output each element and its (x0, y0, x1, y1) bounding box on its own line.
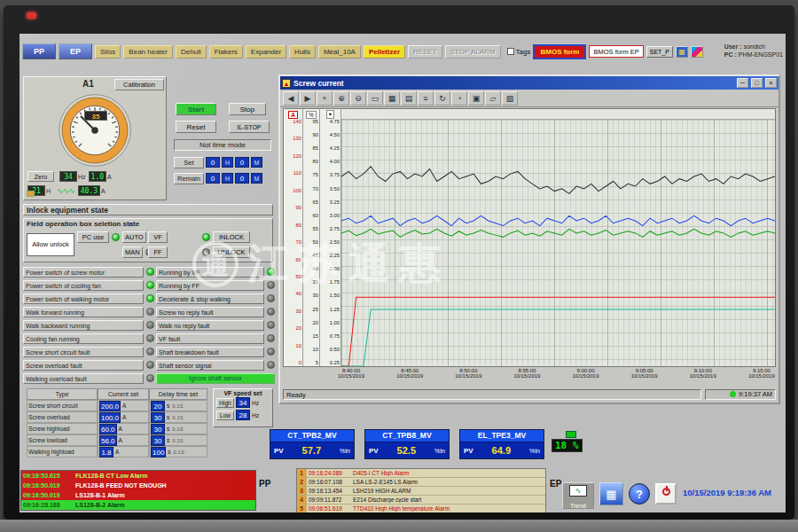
ff-button[interactable]: FF (148, 246, 168, 258)
vf-low-row: Low 28 Hz (214, 409, 272, 421)
alarm-row[interactable]: 209:16:07.108LSA LS-2-E145 LS Alarm (297, 478, 545, 487)
auto-button[interactable]: AUTO (122, 231, 146, 243)
alarm-row[interactable]: 09:16:50.019FLK128-B FEED NOT ENOUGH (21, 481, 255, 490)
set-minutes-value[interactable]: 0 (235, 157, 249, 168)
color-palette-icon[interactable] (691, 46, 703, 58)
pan-icon[interactable]: + (317, 91, 332, 106)
set-label[interactable]: Set (174, 157, 204, 168)
nav-button-flakers[interactable]: Flakers (209, 45, 243, 59)
load-current-readout: 40.3 (78, 185, 100, 196)
delay-set-value[interactable]: 20 (151, 401, 165, 411)
alarm-row[interactable]: 09:16:50.019LS128-B-1 Alarm (21, 490, 255, 500)
trend-toolbar: ◀▶+⊕⊖▭▦▤≡↻◔▣▱▨ (280, 90, 778, 107)
status-row: Walking overload fault (23, 372, 154, 385)
man-button[interactable]: MAN (122, 246, 143, 258)
axis-a-chip[interactable]: A (288, 111, 298, 119)
alarm-row[interactable]: 509:06:51.619TTD410 High High temperatur… (297, 505, 545, 512)
field-operation-title: Field operation box seletion state (24, 219, 272, 229)
minimize-icon[interactable]: ─ (737, 78, 748, 88)
vf-button[interactable]: VF (148, 231, 168, 243)
table-cell-current: 1.8A (98, 446, 149, 458)
bmos-form-ep-button[interactable]: BMOS form EP (589, 45, 643, 58)
il-stop-button[interactable]: IL-STOP (229, 121, 270, 133)
alarm-list-left[interactable]: 09:16:53.615FLK128-B CT Low Alarm09:16:5… (20, 470, 256, 511)
nav-button-meal-10a[interactable]: Meal_10A (318, 45, 361, 59)
set-p-button[interactable]: SET_P (646, 46, 673, 58)
vf-speed-panel: VF speed set High 34 Hz Low 28 Hz (213, 388, 273, 427)
pv-panel-ct-tpb2-mv: CT_TPB2_MVPV57.7%In (270, 429, 355, 459)
alarm-row[interactable]: 109:16:24.089D405-I CT High Alarm (297, 469, 545, 478)
trend-plot-area[interactable] (341, 120, 775, 366)
current-set-value[interactable]: 200.0 (99, 401, 121, 411)
pc-use-button[interactable]: PC use (77, 231, 109, 243)
current-set-value[interactable]: 1.8 (99, 447, 113, 458)
allow-unlock-button[interactable]: Allow unlock (27, 233, 74, 256)
current-set-value[interactable]: 100.0 (99, 412, 121, 423)
power-icon[interactable] (655, 483, 677, 505)
copy-icon[interactable]: ▱ (485, 91, 501, 106)
inlock-button[interactable]: INLOCK (213, 231, 250, 243)
nav-button-hulls[interactable]: Hulls (289, 45, 316, 59)
delay-set-value[interactable]: 30 (151, 424, 165, 434)
display-settings-icon[interactable]: ▦ (676, 46, 688, 58)
print-icon[interactable]: ▨ (502, 91, 518, 106)
legend-icon[interactable]: ≡ (418, 91, 434, 106)
save-icon[interactable]: ▣ (468, 91, 484, 106)
nav-button-pelletizer[interactable]: Pelletizer (364, 45, 405, 59)
page-pp-button[interactable]: PP (22, 43, 56, 59)
axis-pct-chip[interactable]: % (306, 111, 317, 119)
unlock-button[interactable]: UNLOCK (213, 246, 250, 258)
maximize-icon[interactable]: □ (751, 78, 763, 88)
delay-set-value[interactable]: 30 (151, 435, 165, 446)
axis-tick: 120 (285, 154, 301, 160)
vf-low-unit: Hz (252, 412, 259, 419)
stop-button[interactable]: Stop (229, 103, 266, 115)
nav-button-silos[interactable]: Silos (95, 45, 121, 59)
grid-icon[interactable]: ▦ (384, 91, 400, 106)
zoom-window-icon[interactable]: ▭ (367, 91, 383, 106)
ignore-shaft-sensor-button[interactable]: Ignore shaft sensor (156, 373, 275, 384)
set-hours-value[interactable]: 0 (206, 157, 220, 168)
page-ep-button[interactable]: EP (59, 43, 92, 59)
tags-checkbox[interactable] (507, 48, 514, 55)
bmos-form-button[interactable]: BMOS form (533, 44, 586, 59)
start-button[interactable]: Start (176, 103, 216, 115)
scroll-right-icon[interactable]: ▶ (300, 91, 316, 106)
alarm-row[interactable]: 409:09:11.872E214 Discharge cycle start (297, 496, 545, 505)
delay-set-value[interactable]: 100 (151, 447, 166, 458)
table-cell-type: Screw short circuit (27, 400, 98, 411)
zero-button[interactable]: Zero (27, 171, 54, 182)
zoom-out-icon[interactable]: ⊖ (350, 91, 366, 106)
delay-set-value[interactable]: 30 (151, 412, 165, 423)
alarm-row[interactable]: 09:16:53.615FLK128-B CT Low Alarm (21, 471, 255, 481)
reset-button[interactable]: Reset (176, 121, 216, 133)
vf-high-row: High 34 Hz (214, 396, 272, 409)
vf-high-value[interactable]: 34 (236, 397, 250, 408)
table-cell-current: 200.0A (98, 400, 149, 411)
clock-icon[interactable]: ◔ (451, 91, 467, 106)
alarm-list-center[interactable]: 109:16:24.089D405-I CT High Alarm209:16:… (296, 468, 546, 512)
scroll-left-icon[interactable]: ◀ (283, 91, 299, 106)
data-table-icon[interactable]: ▤ (401, 91, 417, 106)
close-icon[interactable]: × (765, 78, 777, 88)
trend-titlebar[interactable]: ▲ Screw current ─ □ × (280, 76, 778, 90)
vf-low-label: Low (216, 411, 234, 420)
zoom-in-icon[interactable]: ⊕ (333, 91, 349, 106)
calibration-button[interactable]: Calibration (114, 79, 164, 90)
calculator-icon[interactable]: ▦ (599, 482, 623, 505)
nav-button-dehull[interactable]: Dehull (176, 45, 207, 59)
refresh-icon[interactable]: ↻ (434, 91, 450, 106)
alarm-row[interactable]: 09:16:28.188LS128-B-2 Alarm (21, 500, 255, 510)
alarm-row[interactable]: 309:16:13.454LSH219 HIGH ALARM (297, 487, 545, 496)
unlock-cell: UNLOCK (202, 246, 270, 258)
current-set-value[interactable]: 60.0 (99, 424, 117, 434)
gauge-readout-row-2: 21 H ∿∿∿ 40.3 A (27, 185, 108, 196)
nav-button-bean-heater[interactable]: Bean heater (123, 45, 173, 59)
nav-button-expander[interactable]: Expander (246, 45, 286, 59)
resolution-label: 0.1S (172, 438, 183, 443)
axis-scale-chip[interactable]: ▾ (326, 110, 334, 119)
vf-low-value[interactable]: 28 (236, 410, 250, 420)
current-set-value[interactable]: 56.0 (99, 435, 117, 446)
trend-button[interactable]: ∿ Trend (562, 482, 594, 509)
help-icon[interactable]: ? (629, 483, 650, 505)
